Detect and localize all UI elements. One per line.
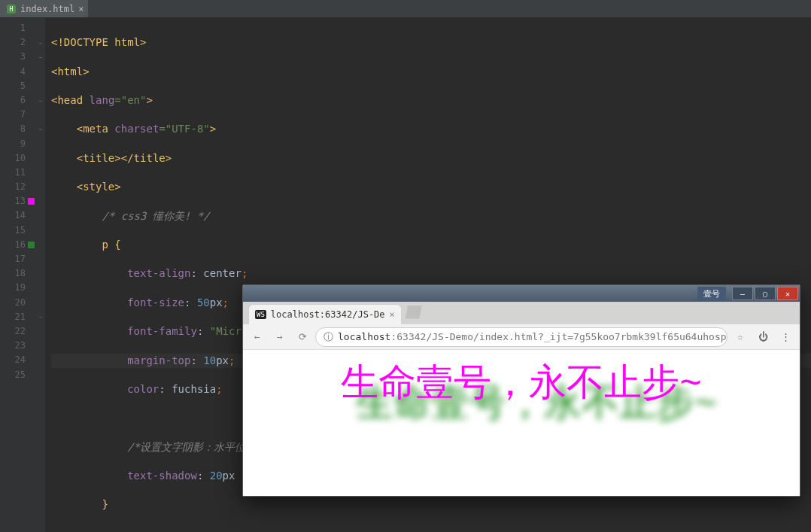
window-label: 壹号 xyxy=(697,287,726,301)
code-line: <!DOCTYPE html> xyxy=(51,36,146,48)
svg-text:H: H xyxy=(10,6,14,13)
power-icon[interactable]: ⏻ xyxy=(753,327,773,347)
site-info-icon[interactable]: ⓘ xyxy=(323,330,333,344)
tab-close-icon[interactable]: × xyxy=(390,309,395,320)
maximize-button[interactable]: ▢ xyxy=(755,287,776,300)
gutter: 12345 678910 1112 13 1415 16 17181920 21… xyxy=(0,18,36,532)
menu-icon[interactable]: ⋮ xyxy=(776,327,795,347)
new-tab-button[interactable] xyxy=(406,306,422,319)
html-file-icon: H xyxy=(6,4,17,14)
color-marker-green xyxy=(28,242,35,248)
browser-viewport: 生命壹号，永不止步~ xyxy=(243,350,800,496)
demo-paragraph: 生命壹号，永不止步~ xyxy=(243,357,800,408)
webstorm-favicon-icon: WS xyxy=(255,310,266,319)
url-host: localhost xyxy=(338,331,390,342)
color-marker-fuchsia xyxy=(28,198,35,205)
browser-window: 壹号 — ▢ ✕ WS localhost:63342/JS-De × ← → … xyxy=(242,284,800,497)
close-icon[interactable]: × xyxy=(78,4,84,14)
browser-tab-title: localhost:63342/JS-De xyxy=(271,309,385,320)
browser-toolbar: ← → ⟳ ⓘ localhost:63342/JS-Demo/index.ht… xyxy=(243,324,800,350)
reload-button[interactable]: ⟳ xyxy=(293,327,312,347)
browser-tabstrip: WS localhost:63342/JS-De × xyxy=(243,302,800,324)
forward-button[interactable]: → xyxy=(270,327,290,347)
editor-tab-index[interactable]: H index.html × xyxy=(0,0,88,17)
back-button[interactable]: ← xyxy=(248,327,267,347)
bookmark-star-icon[interactable]: ☆ xyxy=(731,327,750,347)
url-rest: :63342/JS-Demo/index.html?_ijt=7g55koo7r… xyxy=(390,331,726,342)
browser-tab[interactable]: WS localhost:63342/JS-De × xyxy=(249,305,401,324)
editor-tabbar: H index.html × xyxy=(0,0,811,18)
fold-column: −− −− − xyxy=(36,18,45,532)
window-titlebar[interactable]: 壹号 — ▢ ✕ xyxy=(243,285,800,302)
address-bar[interactable]: ⓘ localhost:63342/JS-Demo/index.html?_ij… xyxy=(315,327,727,347)
minimize-button[interactable]: — xyxy=(732,287,753,300)
editor-tab-label: index.html xyxy=(20,4,74,14)
window-close-button[interactable]: ✕ xyxy=(777,287,798,300)
